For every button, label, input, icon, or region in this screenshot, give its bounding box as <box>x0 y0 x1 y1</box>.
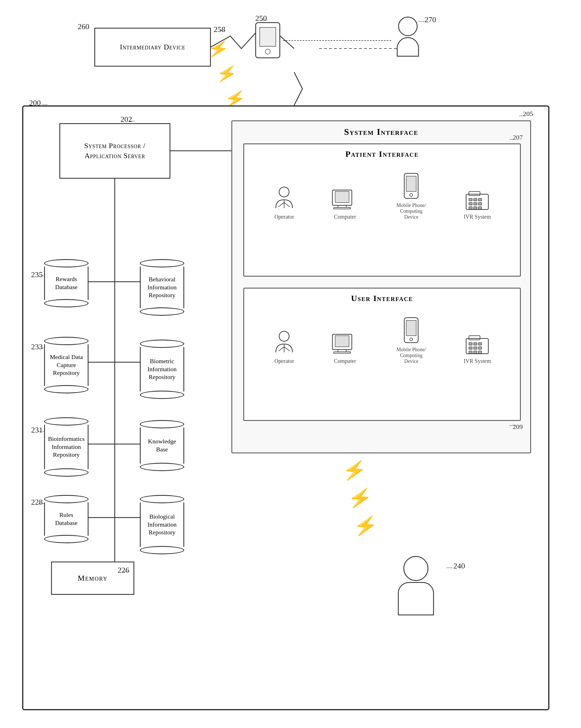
svg-rect-32 <box>469 207 472 209</box>
svg-rect-40 <box>335 336 349 347</box>
user-ivr-label: IVR System <box>464 358 491 364</box>
svg-line-16 <box>284 203 290 207</box>
biometric-repository: BiometricInformationRepository <box>140 340 184 399</box>
lightning-bolt-1: ⚡ <box>206 37 230 60</box>
system-interface-box: 205 — System Interface 207 — Patient Int… <box>231 121 531 453</box>
svg-rect-49 <box>474 343 477 345</box>
user-ivr-icon: IVR System <box>464 333 491 364</box>
patient-interface-box: 207 — Patient Interface Operator <box>243 144 521 277</box>
patient-ivr-icon: IVR System <box>464 189 491 220</box>
svg-rect-33 <box>474 207 477 209</box>
user-mobile-label: Mobile Phone/Computing Device <box>395 347 428 364</box>
biological-repository: BiologicalInformationRepository <box>140 495 184 554</box>
person-270 <box>397 17 419 57</box>
system-processor-label: System Processor /Application Server <box>84 141 146 161</box>
person-240 <box>398 556 434 615</box>
svg-rect-53 <box>478 347 482 349</box>
lightning-down-1: ⚡ <box>342 458 368 483</box>
h-line-medical <box>88 362 114 363</box>
svg-rect-55 <box>474 351 477 354</box>
svg-rect-20 <box>334 208 350 209</box>
h-line-rules <box>88 517 114 518</box>
system-processor-box: System Processor /Application Server <box>59 123 170 179</box>
lightning-down-2: ⚡ <box>347 486 373 510</box>
rewards-database: RewardsDatabase <box>44 259 88 307</box>
intermediary-device-box: Intermediary Device <box>94 28 211 67</box>
dotted-line <box>283 40 391 41</box>
svg-rect-18 <box>335 191 349 203</box>
svg-rect-50 <box>478 343 482 345</box>
user-computer-label: Computer <box>334 358 356 364</box>
svg-rect-52 <box>474 347 477 349</box>
h-line-bioinformatics <box>88 444 114 444</box>
svg-rect-26 <box>469 198 472 201</box>
user-operator-label: Operator <box>274 358 294 364</box>
h-line-rewards <box>88 281 114 282</box>
label-240: 240 <box>453 562 465 570</box>
main-system-box: System Processor /Application Server 202… <box>22 105 549 710</box>
svg-rect-51 <box>469 347 472 349</box>
patient-mobile-icon: Mobile Phone/Computing Device <box>395 172 428 220</box>
svg-rect-31 <box>478 203 482 205</box>
svg-rect-44 <box>406 320 416 336</box>
svg-line-37 <box>279 347 284 351</box>
svg-point-45 <box>410 338 413 341</box>
patient-interface-title: Patient Interface <box>244 144 520 161</box>
svg-rect-30 <box>474 203 477 205</box>
h-line-knowledge <box>114 444 140 444</box>
svg-point-23 <box>410 194 413 197</box>
user-interface-box: 209 — User Interface Operator <box>243 288 521 421</box>
memory-label: Memory <box>78 574 108 582</box>
h-line-biological <box>114 517 140 518</box>
label-260: 260 <box>78 22 89 31</box>
svg-rect-54 <box>469 351 472 354</box>
svg-rect-47 <box>469 336 480 340</box>
svg-line-38 <box>284 347 290 351</box>
user-interface-title: User Interface <box>244 289 520 305</box>
patient-operator-icon: Operator <box>273 186 295 220</box>
h-line-behavioral <box>114 281 140 282</box>
svg-point-35 <box>279 331 289 341</box>
intermediary-device-label: Intermediary Device <box>120 43 185 51</box>
h-line-biometric <box>114 362 140 363</box>
svg-rect-56 <box>478 351 482 354</box>
svg-rect-22 <box>406 176 416 191</box>
svg-rect-29 <box>469 203 472 205</box>
svg-rect-34 <box>478 207 482 209</box>
user-computer-icon: Computer <box>331 333 359 364</box>
svg-rect-27 <box>474 198 477 201</box>
mobile-device-250 <box>255 22 280 58</box>
knowledge-base: KnowledgeBase <box>140 420 184 471</box>
svg-line-15 <box>279 203 284 207</box>
user-mobile-icon: Mobile Phone/Computing Device <box>395 316 428 364</box>
user-operator-icon: Operator <box>273 330 295 364</box>
bioinformatics-repository: BioinformaticsInformationRepository <box>44 417 88 477</box>
patient-ivr-label: IVR System <box>464 214 491 220</box>
patient-mobile-label: Mobile Phone/Computing Device <box>395 203 428 220</box>
system-interface-title: System Interface <box>232 121 530 140</box>
label-270: 270 <box>424 15 436 24</box>
rules-database: RulesDatabase <box>44 495 88 543</box>
svg-point-13 <box>279 187 289 197</box>
svg-rect-48 <box>469 343 472 345</box>
arrow-258: — <box>219 27 225 34</box>
svg-rect-28 <box>478 198 482 201</box>
behavioral-repository: BehavioralInformationRepository <box>140 259 184 316</box>
patient-operator-label: Operator <box>274 214 294 220</box>
medical-data-repository: Medical DataCaptureRepository <box>44 337 88 393</box>
svg-rect-25 <box>469 191 480 196</box>
patient-computer-icon: Computer <box>331 189 359 220</box>
lightning-down-3: ⚡ <box>353 513 379 538</box>
patient-computer-label: Computer <box>334 214 356 220</box>
lightning-bolt-2: ⚡ <box>215 62 239 85</box>
svg-rect-42 <box>334 352 350 353</box>
mem-line <box>114 562 134 562</box>
vertical-line <box>114 179 115 573</box>
